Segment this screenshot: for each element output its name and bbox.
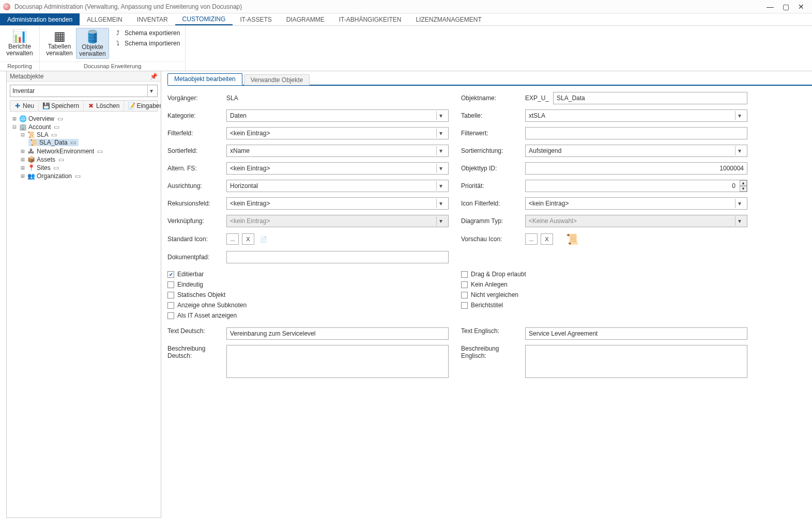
tree-organization[interactable]: ⊞👥Organization▭ (20, 172, 81, 180)
text-en-input[interactable]: Service Level Agreement (525, 327, 747, 340)
chk-nicht-vergleichen[interactable]: Nicht vergleichen (461, 291, 740, 298)
menu-inventar[interactable]: INVENTAR (130, 13, 175, 25)
diagtyp-select: <Keine Auswahl>▾ (525, 215, 747, 227)
sortrichtung-label: Sortierrichtung: (461, 147, 513, 154)
iconfilter-value: <kein Eintrag> (529, 200, 569, 207)
save-button[interactable]: 💾Speichern (39, 101, 84, 111)
object-tree[interactable]: ⊞🌐Overview▭ ⊟🏢Account▭ ⊟📜SLA▭ 📜SLA_Data▭… (10, 115, 158, 181)
schema-export-button[interactable]: ⤴ Schema exportieren (112, 29, 182, 37)
diagtyp-label: Diagramm Typ: (461, 217, 513, 225)
pin-icon[interactable]: 📌 (150, 73, 158, 80)
chk-statisch[interactable]: Statisches Objekt (167, 291, 447, 298)
checkbox-grid: ✔Editierbar Drag & Drop erlaubt Eindeuti… (167, 271, 807, 319)
content-tabs: Metaobjekt bearbeiten Verwandte Objekte (167, 73, 812, 86)
chk-dragdrop[interactable]: Drag & Drop erlaubt (461, 271, 740, 278)
window-icon: ▭ (57, 156, 65, 163)
tree-overview[interactable]: ⊞🌐Overview▭ (12, 115, 64, 122)
objektname-prefix: EXP_U_ (525, 94, 549, 102)
dokpfad-label: Dokumentpfad: (167, 254, 214, 261)
close-button[interactable]: ✕ (793, 3, 809, 11)
text-de-input[interactable]: Vereinbarung zum Servicelevel (226, 327, 449, 340)
tree-account[interactable]: ⊟🏢Account▭ (12, 123, 158, 131)
vorschauicon-clear-button[interactable]: X (541, 233, 553, 245)
tab-related[interactable]: Verwandte Objekte (244, 74, 310, 85)
tree-sites[interactable]: ⊞📍Sites▭ (20, 164, 60, 171)
chevron-down-icon: ▾ (735, 216, 744, 226)
chk-berichtstitel-label: Berichtstitel (471, 302, 503, 309)
menu-diagramme[interactable]: DIAGRAMME (279, 13, 332, 25)
chevron-down-icon: ▾ (436, 216, 445, 226)
objekte-label: Objekte verwalten (78, 44, 108, 57)
delete-button[interactable]: ✖Löschen (84, 101, 124, 111)
filterwert-label: Filterwert: (461, 130, 513, 137)
chevron-down-icon: ▾ (436, 164, 445, 173)
objekte-verwalten-button[interactable]: 🛢️ Objekte verwalten (76, 28, 109, 59)
menu-itassets[interactable]: IT-ASSETS (233, 13, 279, 25)
stdicon-browse-button[interactable]: ... (226, 233, 239, 245)
tabellen-verwalten-button[interactable]: ▦ Tabellen verwalten (43, 28, 76, 58)
inputmask-button[interactable]: 📝Eingabemaske (124, 101, 161, 111)
ausrichtung-select[interactable]: Horizontal▾ (226, 180, 449, 192)
objektname-value: SLA_Data (557, 94, 585, 102)
desc-de-label: Beschreibung Deutsch: (167, 345, 214, 359)
ausrichtung-label: Ausrichtung: (167, 182, 214, 190)
menu-admin-end[interactable]: Administration beenden (0, 13, 80, 25)
table-icon: ▦ (54, 29, 66, 43)
chk-anzeige-sub[interactable]: Anzeige ohne Subknoten (167, 302, 447, 309)
tree-sla[interactable]: ⊟📜SLA▭ (20, 131, 158, 138)
objtypid-input[interactable]: 1000004 (525, 162, 747, 175)
tabelle-select[interactable]: xtSLA▾ (525, 109, 747, 122)
iconfilter-select[interactable]: <kein Eintrag>▾ (525, 197, 747, 210)
checkbox-icon (167, 312, 174, 319)
filterwert-input[interactable] (525, 127, 747, 139)
stdicon-clear-button[interactable]: X (242, 233, 254, 245)
desc-en-textarea[interactable] (525, 345, 747, 378)
objektname-input[interactable]: SLA_Data (553, 92, 747, 104)
tree-assets[interactable]: ⊞📦Assets▭ (20, 156, 65, 163)
metaobject-type-select[interactable]: Inventar ▾ (10, 85, 158, 97)
minimize-button[interactable]: — (762, 3, 778, 11)
left-panel-title: Metaobjekte (10, 73, 43, 80)
spin-down[interactable]: ▼ (740, 186, 747, 192)
verkn-label: Verknüpfung: (167, 217, 214, 225)
ribbon: 📊 Berichte verwalten Reporting ▦ Tabelle… (0, 26, 812, 71)
prio-input[interactable]: 0 (525, 180, 747, 192)
verkn-value: <kein Eintrag> (230, 217, 270, 225)
chk-dragdrop-label: Drag & Drop erlaubt (471, 271, 526, 278)
chk-statisch-label: Statisches Objekt (177, 291, 225, 298)
new-button[interactable]: ✚Neu (10, 101, 39, 111)
vorschauicon-browse-button[interactable]: ... (525, 233, 538, 245)
chk-editierbar[interactable]: ✔Editierbar (167, 271, 447, 278)
checkbox-icon (461, 281, 468, 288)
schema-import-button[interactable]: ⤵ Schema importieren (112, 39, 182, 48)
window-icon: ▭ (74, 172, 81, 180)
menu-customizing[interactable]: CUSTOMIZING (175, 13, 233, 25)
chk-kein-anlegen[interactable]: Kein Anlegen (461, 281, 740, 288)
filterfeld-select[interactable]: <kein Eintrag>▾ (226, 127, 449, 139)
rekursion-select[interactable]: <kein Eintrag>▾ (226, 197, 449, 210)
tree-account-label: Account (28, 123, 51, 131)
tab-edit[interactable]: Metaobjekt bearbeiten (167, 73, 242, 85)
chk-als-it-asset[interactable]: Als IT Asset anzeigen (167, 312, 447, 319)
alternfs-select[interactable]: <kein Eintrag>▾ (226, 162, 449, 175)
certificate-icon: 📜 (30, 139, 37, 146)
berichte-verwalten-button[interactable]: 📊 Berichte verwalten (3, 28, 36, 58)
sortfeld-select[interactable]: xName▾ (226, 145, 449, 157)
tree-network-environment[interactable]: ⊞🖧NetworkEnvironment▭ (20, 148, 103, 155)
spin-up[interactable]: ▲ (740, 180, 747, 186)
menu-allgemein[interactable]: ALLGEMEIN (80, 13, 130, 25)
dokpfad-input[interactable] (226, 251, 449, 263)
vorgaenger-value: SLA (226, 94, 449, 102)
menu-lizenz[interactable]: LIZENZMANAGEMENT (408, 13, 488, 25)
schema-export-label: Schema exportieren (125, 29, 180, 37)
desc-de-textarea[interactable] (226, 345, 449, 378)
menu-abhaengigkeiten[interactable]: IT-ABHÄNGIGKEITEN (332, 13, 409, 25)
kategorie-select[interactable]: Daten▾ (226, 109, 449, 122)
tree-sla-data[interactable]: 📜SLA_Data▭ (28, 139, 79, 146)
checkbox-icon (167, 292, 174, 298)
maximize-button[interactable]: ▢ (778, 3, 793, 11)
chk-als-it-label: Als IT Asset anzeigen (177, 312, 237, 319)
chk-berichtstitel[interactable]: Berichtstitel (461, 302, 740, 309)
sortrichtung-select[interactable]: Aufsteigend▾ (525, 145, 747, 157)
chk-eindeutig[interactable]: Eindeutig (167, 281, 447, 288)
